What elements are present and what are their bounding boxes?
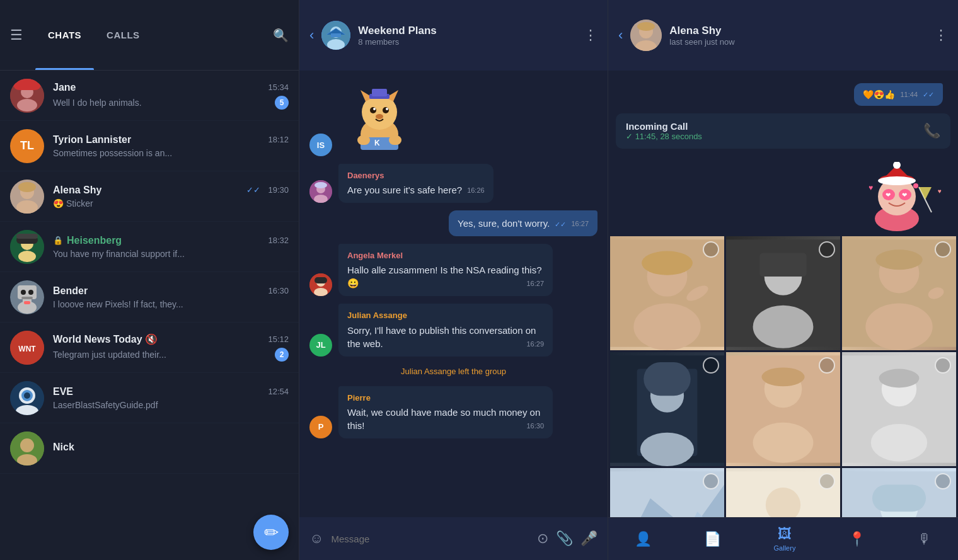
avatar-heisenberg <box>10 230 44 264</box>
svg-point-88 <box>865 303 932 350</box>
more-menu-button-right[interactable]: ⋮ <box>934 27 948 43</box>
photo-select-8[interactable] <box>819 473 835 489</box>
photo-cell-2[interactable] <box>726 236 840 350</box>
back-button-middle[interactable]: ‹ <box>309 27 314 43</box>
photo-select-4[interactable] <box>703 357 719 374</box>
photo-grid <box>608 234 958 517</box>
lock-icon: 🔒 <box>53 236 63 245</box>
tab-calls[interactable]: CALLS <box>94 0 153 70</box>
photo-cell-4[interactable] <box>610 352 724 466</box>
right-header-info: Alena Shy last seen just now <box>669 25 934 47</box>
svg-point-79 <box>633 303 700 350</box>
photo-cell-1[interactable] <box>610 236 724 350</box>
call-time: ✓ 11:45, 28 seconds <box>626 132 917 141</box>
chat-item-tyrion[interactable]: TL Tyrion Lannister 18:12 Sometimes poss… <box>0 121 299 171</box>
nav-files[interactable]: 📄 <box>704 531 721 547</box>
svg-point-6 <box>16 200 38 214</box>
photo-select-9[interactable] <box>935 473 951 489</box>
chat-time-alena: 19:30 <box>268 185 289 195</box>
nav-gallery[interactable]: 🖼 Gallery <box>774 526 796 552</box>
message-angela: Angela Merkel Hallo alle zusammen! Is th… <box>309 244 597 296</box>
gallery-icon: 🖼 <box>778 526 792 542</box>
chat-header-name: Weekend Plans <box>358 25 584 37</box>
chat-header: ‹ Weekend Plans 8 members ⋮ <box>299 0 608 71</box>
chat-preview-eve: LaserBlastSafetyGuide.pdf <box>53 400 158 410</box>
bubble-daenerys: Daenerys Are you sure it's safe here? 16… <box>338 164 493 203</box>
svg-point-10 <box>18 251 36 262</box>
svg-rect-57 <box>315 277 327 283</box>
photo-select-3[interactable] <box>935 241 951 258</box>
photo-select-1[interactable] <box>703 241 719 258</box>
svg-rect-48 <box>372 89 387 96</box>
photo-select-5[interactable] <box>819 357 835 374</box>
chat-item-bender[interactable]: Bender 16:30 I looove new Pixels! If fac… <box>0 272 299 323</box>
svg-point-43 <box>376 114 383 119</box>
left-bottom: ✏ <box>0 525 299 560</box>
messages-area: IS <box>299 71 608 517</box>
chat-preview-jane: Well I do help animals. <box>53 98 142 108</box>
nav-profile[interactable]: 👤 <box>635 531 652 547</box>
location-icon: 📍 <box>848 531 865 547</box>
msg-avatar-pierre: P <box>309 416 332 438</box>
chat-name-nick: Nick <box>53 442 74 453</box>
chat-item-heisenberg[interactable]: 🔒 Heisenberg 18:32 You have my financial… <box>0 222 299 272</box>
svg-marker-73 <box>919 187 932 200</box>
chat-name-alena: Alena Shy <box>53 185 101 196</box>
chat-info-worldnews: World News Today 🔇 15:12 Telegram just u… <box>53 333 289 362</box>
right-panel: ‹ Alena Shy last seen just now ⋮ 🧡😍👍 11:… <box>608 0 958 560</box>
chat-header-avatar <box>321 21 350 50</box>
chat-info-heisenberg: 🔒 Heisenberg 18:32 You have my financial… <box>53 235 289 259</box>
chat-name-worldnews: World News Today 🔇 <box>53 333 158 345</box>
compose-fab[interactable]: ✏ <box>253 515 289 550</box>
svg-point-103 <box>879 369 920 388</box>
svg-point-39 <box>370 107 376 113</box>
tab-chats[interactable]: CHATS <box>35 0 94 70</box>
chat-item-eve[interactable]: EVE 12:54 LaserBlastSafetyGuide.pdf <box>0 373 299 423</box>
attach-button[interactable]: 📎 <box>556 530 573 547</box>
nav-voice[interactable]: 🎙 <box>918 531 932 547</box>
chat-info-eve: EVE 12:54 LaserBlastSafetyGuide.pdf <box>53 386 289 410</box>
svg-point-40 <box>383 107 389 113</box>
chat-item-worldnews[interactable]: WNT World News Today 🔇 15:12 Telegram ju… <box>0 323 299 373</box>
emoji-button[interactable]: ☺ <box>309 530 323 547</box>
chat-item-nick[interactable]: Nick <box>0 423 299 474</box>
badge-worldnews: 2 <box>275 348 289 362</box>
mic-button[interactable]: 🎤 <box>580 530 597 547</box>
camera-button[interactable]: ⊙ <box>537 530 548 547</box>
chat-info-jane: Jane 15:34 Well I do help animals. 5 <box>53 82 289 110</box>
photo-cell-6[interactable] <box>842 352 956 466</box>
chat-time-tyrion: 18:12 <box>268 135 289 144</box>
photo-select-6[interactable] <box>935 357 951 374</box>
right-sticker: ❤ ❤ ♥ ♥ <box>843 159 950 234</box>
chat-info-alena: Alena Shy ✓✓ 19:30 😍 Sticker <box>53 185 289 209</box>
photo-cell-5[interactable] <box>726 352 840 466</box>
msg-avatar-angela <box>309 273 332 296</box>
photo-select-2[interactable] <box>819 241 835 258</box>
photo-select-7[interactable] <box>703 473 719 489</box>
nav-location[interactable]: 📍 <box>848 531 865 547</box>
svg-point-61 <box>637 22 655 31</box>
search-icon[interactable]: 🔍 <box>273 28 289 43</box>
call-phone-icon: 📞 <box>923 123 940 139</box>
sticker-doge: K <box>338 81 420 156</box>
photo-cell-9[interactable] <box>842 468 956 517</box>
photo-cell-3[interactable] <box>842 236 956 350</box>
svg-point-42 <box>386 108 388 110</box>
photo-cell-8[interactable] <box>726 468 840 517</box>
message-sticker: IS <box>309 81 597 156</box>
chat-item-alena[interactable]: Alena Shy ✓✓ 19:30 😍 Sticker <box>0 171 299 222</box>
svg-point-80 <box>642 251 693 275</box>
message-outgoing: Yes, sure, don't worry. 16:27 ✓✓ <box>309 210 597 236</box>
svg-rect-45 <box>357 135 370 145</box>
svg-text:❤: ❤ <box>886 191 891 198</box>
right-message-bubble: 🧡😍👍 11:44 ✓✓ <box>854 83 943 106</box>
message-input[interactable] <box>331 534 529 544</box>
back-button-right[interactable]: ‹ <box>618 27 623 43</box>
more-menu-button-middle[interactable]: ⋮ <box>584 27 597 43</box>
chat-item-jane[interactable]: Jane 15:34 Well I do help animals. 5 <box>0 71 299 121</box>
middle-panel: ‹ Weekend Plans 8 members ⋮ IS <box>299 0 608 560</box>
hamburger-icon[interactable]: ☰ <box>10 27 23 43</box>
left-header: ☰ CHATS CALLS 🔍 <box>0 0 299 71</box>
photo-cell-7[interactable] <box>610 468 724 517</box>
message-julian: JL Julian Assange Sorry, I'll have to pu… <box>309 304 597 356</box>
